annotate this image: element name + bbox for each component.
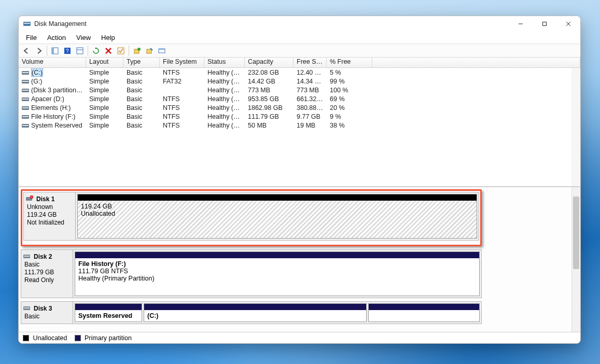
minimize-button[interactable]: [509, 16, 533, 32]
volume-type: Basic: [123, 113, 160, 121]
disk-2-state: Read Only: [24, 276, 69, 284]
volume-pctfree: 99 %: [327, 77, 372, 86]
drive-icon: [22, 70, 29, 76]
column-header-volume[interactable]: Volume: [19, 58, 86, 67]
menu-view[interactable]: View: [71, 33, 96, 43]
title-bar[interactable]: Disk Management: [19, 16, 580, 32]
volume-row[interactable]: File History (F:)SimpleBasicNTFSHealthy …: [19, 112, 580, 121]
column-header-freespace[interactable]: Free Sp...: [294, 58, 327, 67]
check-button[interactable]: [115, 45, 127, 57]
disk-row-1[interactable]: Disk 1 Unknown 119.24 GB Not Initialized…: [23, 192, 479, 241]
volume-pctfree: 5 %: [327, 68, 372, 77]
svg-rect-29: [22, 107, 29, 108]
volume-fs: FAT32: [160, 77, 204, 86]
volume-capacity: 1862.98 GB: [245, 104, 294, 112]
close-button[interactable]: [556, 16, 580, 32]
column-header-layout[interactable]: Layout: [86, 58, 123, 67]
volume-type: Basic: [123, 104, 160, 112]
volume-row[interactable]: (C:)SimpleBasicNTFSHealthy (B...232.08 G…: [19, 68, 580, 77]
volume-pctfree: 100 %: [327, 86, 372, 94]
svg-rect-25: [22, 90, 29, 91]
graphical-pane-scrollbar[interactable]: [571, 187, 580, 332]
back-button[interactable]: [21, 45, 32, 57]
volume-row[interactable]: (G:)SimpleBasicFAT32Healthy (B...14.42 G…: [19, 77, 580, 86]
partition-size: 119.24 GB: [81, 203, 473, 210]
svg-rect-19: [159, 49, 165, 50]
volume-layout: Simple: [86, 86, 123, 94]
disk-1-unallocated-partition[interactable]: 119.24 GB Unallocated: [77, 194, 477, 239]
forward-button[interactable]: [33, 45, 45, 57]
volume-row[interactable]: System ReservedSimpleBasicNTFSHealthy (S…: [19, 121, 580, 130]
volume-row[interactable]: Apacer (D:)SimpleBasicNTFSHealthy (B...9…: [19, 94, 580, 103]
disk-3-partition-system-reserved[interactable]: System Reserved: [75, 303, 142, 322]
disk-management-window: Disk Management File Action View Help ? …: [18, 16, 581, 344]
volume-row[interactable]: Elements (H:)SimpleBasicNTFSHealthy (B..…: [19, 103, 580, 112]
disk-1-state: Not Initialized: [27, 219, 72, 227]
volume-name: (Disk 3 partition 3): [31, 87, 83, 94]
disk-row-3[interactable]: Disk 3 Basic System Reserved (C:): [21, 301, 482, 324]
refresh-button[interactable]: [90, 45, 102, 57]
scrollbar-thumb[interactable]: [573, 197, 579, 269]
maximize-button[interactable]: [533, 16, 556, 32]
volume-status: Healthy (S...: [204, 121, 245, 130]
volume-fs: NTFS: [160, 121, 204, 130]
menu-file[interactable]: File: [21, 33, 42, 43]
disk-3-partition-c[interactable]: (C:): [144, 303, 367, 322]
column-header-spacer: [372, 58, 580, 67]
volume-status: Healthy (B...: [204, 104, 245, 112]
show-hide-console-tree-button[interactable]: [49, 45, 61, 57]
disk-header-3[interactable]: Disk 3 Basic: [21, 302, 73, 324]
highlighted-disk-1: Disk 1 Unknown 119.24 GB Not Initialized…: [21, 189, 482, 246]
disk-1-kind: Unknown: [27, 203, 72, 211]
legend-label-primary: Primary partition: [85, 334, 132, 342]
window-title: Disk Management: [34, 20, 509, 27]
volume-pctfree: 38 %: [327, 121, 372, 130]
settings-view-button[interactable]: [74, 45, 86, 57]
disk-header-1[interactable]: Disk 1 Unknown 119.24 GB Not Initialized: [24, 192, 76, 240]
volume-row[interactable]: (Disk 3 partition 3)SimpleBasicHealthy (…: [19, 86, 580, 94]
column-header-filesystem[interactable]: File System: [160, 58, 204, 67]
disk-3-partition-extra[interactable]: [368, 303, 480, 322]
volume-free: 773 MB: [294, 86, 327, 94]
partition-stripe: [144, 304, 366, 310]
legend-bar: Unallocated Primary partition: [19, 332, 580, 343]
volume-fs: NTFS: [160, 68, 204, 77]
drive-icon: [22, 114, 29, 120]
partition-stripe: [75, 304, 142, 310]
column-header-type[interactable]: Type: [123, 58, 160, 67]
volume-capacity: 111.79 GB: [245, 113, 294, 121]
disk-2-size: 111.79 GB: [24, 269, 69, 276]
volume-list-body[interactable]: (C:)SimpleBasicNTFSHealthy (B...232.08 G…: [19, 68, 580, 186]
help-button[interactable]: ?: [62, 45, 73, 57]
toolbar-separator: [47, 46, 47, 56]
disk-2-partition[interactable]: File History (F:) 111.79 GB NTFS Healthy…: [75, 251, 480, 296]
partition-stripe: [75, 252, 479, 258]
svg-rect-10: [77, 48, 83, 54]
volume-type: Basic: [123, 77, 160, 86]
column-header-status[interactable]: Status: [204, 58, 245, 67]
volume-fs: NTFS: [160, 95, 204, 103]
disk-row-2[interactable]: Disk 2 Basic 111.79 GB Read Only File Hi…: [21, 249, 482, 298]
toolbar-separator: [129, 46, 129, 56]
volume-capacity: 232.08 GB: [245, 68, 294, 77]
graphical-view-pane[interactable]: Disk 1 Unknown 119.24 GB Not Initialized…: [19, 187, 580, 332]
menu-help[interactable]: Help: [96, 33, 120, 43]
delete-button[interactable]: [103, 45, 114, 57]
column-header-capacity[interactable]: Capacity: [245, 58, 294, 67]
toolbar: ?: [19, 44, 580, 58]
disk-header-2[interactable]: Disk 2 Basic 111.79 GB Read Only: [21, 250, 73, 298]
disk-3-name: Disk 3: [34, 305, 69, 313]
column-header-pctfree[interactable]: % Free: [327, 58, 372, 67]
menu-bar: File Action View Help: [19, 32, 580, 44]
details-pane-button[interactable]: [156, 45, 168, 57]
volume-fs: NTFS: [160, 104, 204, 112]
volume-pctfree: 20 %: [327, 104, 372, 112]
volume-free: 9.77 GB: [294, 113, 327, 121]
new-volume-button[interactable]: [131, 45, 143, 57]
menu-action[interactable]: Action: [42, 33, 71, 43]
properties-button[interactable]: [144, 45, 155, 57]
svg-rect-27: [22, 99, 29, 100]
volume-list-scrollbar[interactable]: [571, 68, 580, 186]
disk-2-kind: Basic: [24, 261, 69, 269]
volume-free: 380.88 GB: [294, 104, 327, 112]
